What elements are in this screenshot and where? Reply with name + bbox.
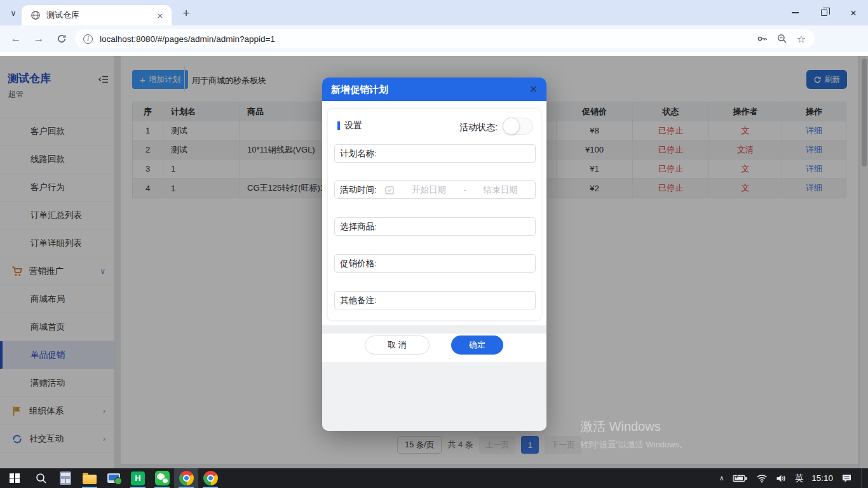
calendar-icon [384, 185, 395, 195]
start-button[interactable] [0, 468, 29, 488]
dialog-bottom-area [322, 362, 546, 431]
start-date-placeholder: 开始日期 [395, 184, 463, 196]
site-info-icon[interactable]: i [83, 34, 93, 44]
taskbar-hbuilder-button[interactable]: H [126, 468, 150, 488]
tab-title: 测试仓库 [46, 10, 154, 21]
screen: ∨ 测试仓库 × + × ← → i localhost:8080/#/page… [0, 0, 868, 488]
taskbar-explorer-button[interactable] [78, 468, 102, 488]
back-button[interactable]: ← [6, 29, 25, 48]
dialog-close-icon[interactable]: × [526, 82, 541, 97]
action-center-icon[interactable] [839, 468, 854, 488]
end-date-placeholder: 结束日期 [466, 184, 535, 196]
show-desktop-button[interactable] [861, 468, 864, 488]
dialog-header: 新增促销计划 × [322, 78, 546, 101]
taskbar-chrome-active-button[interactable] [174, 468, 198, 488]
section-accent-bar [337, 121, 340, 130]
status-toggle-label: 活动状态: [459, 122, 498, 133]
wechat-icon [155, 471, 170, 485]
monitor-icon [107, 473, 120, 483]
folder-icon [83, 475, 97, 484]
taskbar-wechat-button[interactable] [150, 468, 174, 488]
price-field[interactable]: 促销价格: [334, 254, 536, 273]
field-label: 活动时间: [340, 184, 377, 196]
close-icon: × [850, 8, 857, 18]
status-toggle[interactable] [503, 118, 533, 135]
reload-icon [57, 34, 67, 44]
restore-icon [821, 10, 827, 16]
zoom-out-icon[interactable] [777, 34, 787, 44]
windows-taskbar: H ∧ 英 15:10 [0, 468, 868, 488]
section-label: 设置 [344, 120, 362, 132]
chrome-icon [176, 468, 196, 488]
forward-button[interactable]: → [29, 29, 48, 48]
add-promo-dialog: 新增促销计划 × 设置 活动状态: 计划名称: 活动时间: 开始日期 - [322, 78, 546, 431]
section-title: 设置 [337, 120, 362, 132]
volume-icon[interactable] [774, 468, 789, 488]
dialog-form-card: 设置 活动状态: 计划名称: 活动时间: 开始日期 - 结束日期 选择商品: [327, 108, 541, 321]
dialog-divider [322, 325, 546, 334]
reload-button[interactable] [52, 29, 71, 48]
browser-tab[interactable]: 测试仓库 × [22, 5, 172, 25]
wifi-icon[interactable] [754, 468, 770, 488]
taskbar-chrome-button[interactable] [198, 468, 222, 488]
plan-name-field[interactable]: 计划名称: [334, 144, 536, 163]
ime-indicator[interactable]: 英 [793, 468, 806, 488]
tray-chevron-icon[interactable]: ∧ [717, 468, 726, 488]
system-tray: ∧ 英 15:10 [717, 468, 868, 488]
taskbar-search-button[interactable] [29, 468, 53, 488]
restore-button[interactable] [810, 0, 839, 25]
dialog-title: 新增促销计划 [331, 78, 388, 101]
search-icon [35, 472, 48, 485]
globe-favicon-icon [31, 10, 41, 20]
field-label: 计划名称: [340, 148, 377, 159]
taskbar-clock[interactable]: 15:10 [810, 468, 835, 488]
field-label: 促销价格: [340, 258, 377, 269]
minimize-icon [792, 12, 799, 13]
chrome-icon [200, 468, 220, 488]
remark-field[interactable]: 其他备注: [334, 291, 536, 309]
close-window-button[interactable]: × [839, 0, 868, 25]
cancel-button[interactable]: 取 消 [365, 336, 430, 355]
tab-search-chevron-icon[interactable]: ∨ [6, 6, 20, 20]
password-key-icon[interactable] [757, 34, 768, 44]
window-controls: × [780, 0, 868, 25]
browser-toolbar: ← → i localhost:8080/#/pages/admin/admin… [0, 25, 868, 52]
field-label: 其他备注: [340, 295, 377, 306]
tab-close-icon[interactable]: × [154, 9, 166, 22]
battery-icon[interactable] [731, 468, 750, 488]
address-bar[interactable]: i localhost:8080/#/pages/admin/admin?app… [75, 29, 815, 48]
field-label: 选择商品: [340, 221, 377, 233]
hbuilder-icon: H [131, 471, 145, 485]
bookmark-star-icon[interactable]: ☆ [797, 33, 806, 45]
url-text: localhost:8080/#/pages/admin/admin?appid… [100, 34, 757, 44]
windows-logo-icon [10, 473, 20, 484]
date-range-field[interactable]: 活动时间: 开始日期 - 结束日期 [334, 180, 536, 199]
product-field[interactable]: 选择商品: [334, 217, 536, 236]
minimize-button[interactable] [780, 0, 810, 25]
new-tab-button[interactable]: + [178, 5, 194, 22]
web-page: 测试仓库 超管 客户回款 线路回款 客户行为 订单汇总列表 订单详细列表 营销推… [0, 56, 868, 468]
browser-tabstrip: ∨ 测试仓库 × + × [0, 0, 868, 25]
taskbar-calculator-button[interactable] [53, 468, 78, 488]
taskbar-remote-desktop-button[interactable] [102, 468, 126, 488]
calculator-icon [60, 471, 71, 485]
confirm-button[interactable]: 确定 [451, 336, 503, 355]
toggle-knob [503, 118, 520, 135]
